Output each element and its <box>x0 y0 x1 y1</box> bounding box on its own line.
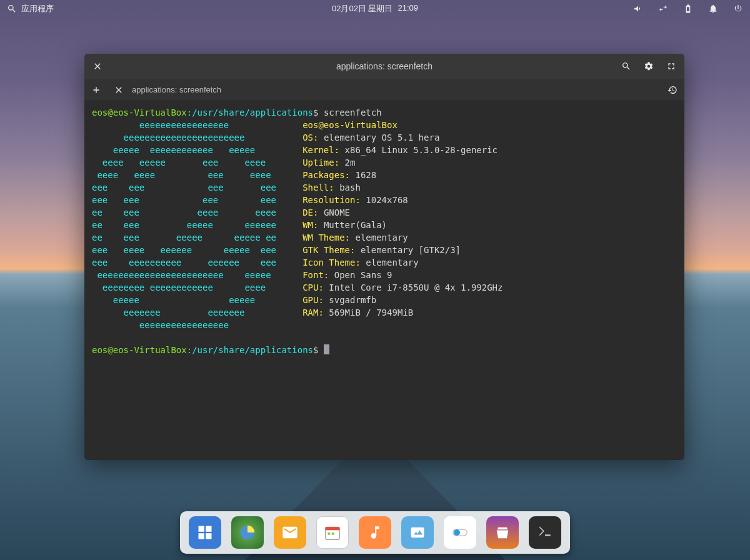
dock-browser[interactable] <box>231 516 264 549</box>
dock <box>180 511 570 554</box>
dock-appcenter[interactable] <box>486 516 519 549</box>
gear-icon[interactable] <box>643 61 654 72</box>
tab-label: applications: screenfetch <box>132 85 221 94</box>
clock[interactable]: 02月02日 星期日 21:09 <box>332 3 418 14</box>
svg-rect-0 <box>199 526 204 532</box>
dock-calendar[interactable] <box>316 516 349 549</box>
close-icon[interactable] <box>92 61 103 72</box>
tab-bar: applications: screenfetch <box>84 79 684 101</box>
svg-rect-2 <box>199 533 204 539</box>
applications-label: 应用程序 <box>21 3 54 14</box>
network-icon[interactable] <box>658 3 669 14</box>
svg-rect-6 <box>326 527 340 530</box>
svg-rect-7 <box>328 532 331 535</box>
date-text: 02月02日 星期日 <box>332 3 393 14</box>
dock-music[interactable] <box>359 516 391 549</box>
time-text: 21:09 <box>398 3 419 14</box>
tab-active[interactable]: applications: screenfetch <box>113 84 221 96</box>
maximize-icon[interactable] <box>666 61 677 72</box>
search-in-terminal-icon[interactable] <box>621 61 632 72</box>
svg-rect-8 <box>332 532 334 535</box>
close-tab-icon[interactable] <box>113 84 124 96</box>
top-panel: 应用程序 02月02日 星期日 21:09 <box>0 0 750 18</box>
battery-icon[interactable] <box>682 3 694 14</box>
dock-photos[interactable] <box>401 516 434 549</box>
titlebar[interactable]: applications: screenfetch <box>84 54 684 79</box>
dock-switchboard[interactable] <box>444 516 476 549</box>
terminal-window: applications: screenfetch applications: … <box>84 54 684 460</box>
svg-rect-9 <box>411 528 424 538</box>
history-icon[interactable] <box>667 84 678 96</box>
svg-rect-1 <box>206 526 211 532</box>
notifications-icon[interactable] <box>708 3 719 14</box>
svg-point-11 <box>454 529 460 536</box>
dock-mail[interactable] <box>274 516 306 549</box>
window-title: applications: screenfetch <box>336 61 432 71</box>
power-icon[interactable] <box>732 3 744 14</box>
svg-rect-3 <box>206 533 211 539</box>
dock-terminal[interactable] <box>529 516 561 549</box>
new-tab-icon[interactable] <box>91 84 102 96</box>
dock-multitasking[interactable] <box>189 516 221 549</box>
applications-menu[interactable]: 应用程序 <box>6 3 54 14</box>
tab-search-area[interactable] <box>232 82 656 98</box>
search-icon <box>6 3 18 14</box>
sound-icon[interactable] <box>632 3 644 14</box>
terminal-output[interactable]: eos@eos-VirtualBox:/usr/share/applicatio… <box>84 101 684 460</box>
